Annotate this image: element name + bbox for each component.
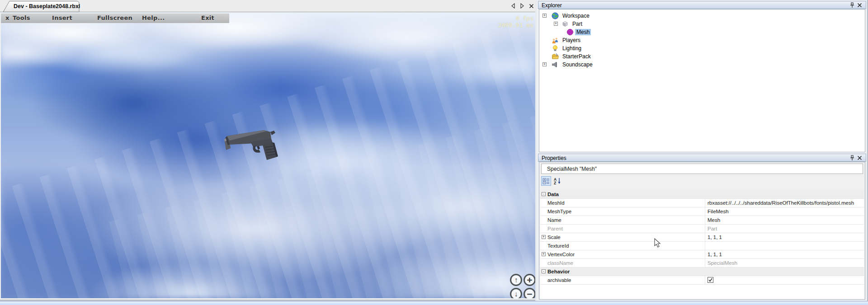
property-value[interactable]: 1, 1, 1 — [708, 252, 863, 257]
collapse-section-icon[interactable]: - — [542, 192, 546, 196]
close-properties-icon[interactable] — [857, 155, 863, 161]
tree-item-soundscape[interactable]: + Soundscape — [539, 61, 865, 69]
svg-text:Z: Z — [554, 181, 556, 185]
scroll-tabs-left-icon[interactable] — [510, 3, 516, 9]
players-icon — [552, 37, 559, 44]
tree-item-workspace[interactable]: + Workspace — [539, 12, 865, 20]
part-icon — [561, 20, 569, 28]
property-label: Parent — [547, 226, 563, 231]
property-label: Name — [547, 217, 561, 223]
menu-item-fullscreen[interactable]: Fullscreen — [97, 14, 132, 21]
property-value[interactable]: FileMesh — [708, 209, 863, 214]
property-label: VertexColor — [547, 252, 575, 257]
tree-item-label: Part — [571, 21, 584, 27]
explorer-title: Explorer — [542, 2, 562, 9]
mesh-icon — [566, 28, 574, 36]
property-row-parent: Parent Part — [540, 225, 864, 233]
section-header-behavior[interactable]: - Behavior — [540, 267, 864, 276]
selected-object-label: SpecialMesh "Mesh" — [541, 164, 863, 174]
properties-panel: SpecialMesh "Mesh" A Z — [539, 162, 865, 300]
menu-item-exit[interactable]: Exit — [201, 14, 214, 21]
zoom-in-button[interactable]: + — [524, 274, 536, 286]
tree-item-part[interactable]: + Part — [539, 20, 865, 28]
property-value[interactable]: rbxasset://../../../shareddata/RiseOfThe… — [708, 200, 863, 206]
camera-up-button[interactable]: ↑ — [510, 274, 522, 286]
camera-down-button[interactable]: ↓ — [510, 288, 522, 298]
property-value[interactable]: Mesh — [708, 217, 863, 223]
collapse-section-icon[interactable]: - — [542, 269, 546, 273]
starterpack-icon — [552, 53, 559, 60]
expand-property-icon[interactable]: + — [542, 235, 546, 239]
menu-close-icon[interactable]: x — [5, 14, 9, 21]
property-value: SpecialMesh — [708, 260, 863, 266]
properties-title: Properties — [542, 155, 566, 161]
tree-item-lighting[interactable]: Lighting — [539, 44, 865, 52]
tree-item-label: Lighting — [561, 45, 583, 52]
property-value: Part — [708, 226, 863, 231]
tree-item-label: StarterPack — [561, 53, 592, 60]
property-value[interactable]: 1, 1, 1 — [708, 235, 863, 240]
tree-item-label-selected: Mesh — [575, 29, 591, 35]
expand-toggle-icon[interactable]: + — [554, 22, 558, 26]
property-label: className — [547, 260, 573, 266]
document-tab-bar: Dev - Baseplate2048.rbxl — [0, 0, 537, 12]
game-menu-bar: x Tools Insert Fullscreen Help... Exit — [1, 13, 229, 23]
property-label: archivable — [547, 277, 571, 283]
soundscape-icon — [552, 61, 559, 68]
categorized-view-button[interactable] — [541, 176, 551, 186]
document-tab[interactable]: Dev - Baseplate2048.rbxl — [3, 0, 80, 12]
tab-nav-buttons — [510, 2, 534, 10]
frame-time-value: 2009.91 ms — [498, 22, 533, 28]
tree-item-starterpack[interactable]: StarterPack — [539, 52, 865, 61]
workspace-globe-icon — [552, 12, 559, 19]
property-row-meshtype: MeshType FileMesh — [540, 207, 864, 216]
properties-grid: - Data MeshId rbxasset://../../../shared… — [540, 190, 864, 299]
tree-item-mesh[interactable]: Mesh — [539, 28, 865, 36]
property-label: TextureId — [547, 243, 569, 249]
roblox-studio-screen: Dev - Baseplate2048.rbxl — [0, 0, 868, 305]
section-header-data[interactable]: - Data — [540, 190, 864, 199]
fps-value: 0 fps — [498, 15, 533, 22]
dock-panels: Explorer + Workspace — [536, 0, 868, 301]
lighting-icon — [552, 45, 559, 52]
tree-item-label: Workspace — [561, 13, 591, 19]
game-window: Dev - Baseplate2048.rbxl — [0, 0, 537, 301]
tab-title: Dev - Baseplate2048.rbxl — [14, 3, 80, 9]
property-row-classname: className SpecialMesh — [540, 259, 864, 267]
property-label: MeshType — [547, 209, 571, 214]
property-label: MeshId — [547, 200, 565, 206]
pistol-mesh-object[interactable] — [223, 128, 282, 163]
bottom-edge-strip — [0, 301, 868, 305]
menu-item-tools[interactable]: Tools — [13, 14, 30, 21]
fps-overlay: 0 fps 2009.91 ms — [498, 15, 533, 28]
close-tab-icon[interactable] — [528, 3, 534, 9]
property-label: Scale — [547, 235, 561, 240]
archivable-checkbox[interactable] — [708, 277, 713, 283]
pin-icon[interactable] — [849, 2, 855, 8]
expand-toggle-icon[interactable]: + — [542, 14, 547, 18]
property-row-textureid: TextureId — [540, 242, 864, 250]
3d-viewport[interactable]: x Tools Insert Fullscreen Help... Exit 0… — [0, 12, 536, 298]
mouse-cursor — [654, 238, 661, 250]
property-row-archivable: archivable — [540, 276, 864, 285]
menu-item-insert[interactable]: Insert — [52, 14, 72, 21]
property-row-name: Name Mesh — [540, 216, 864, 225]
tree-item-label: Players — [561, 37, 582, 43]
explorer-panel-header: Explorer — [538, 1, 866, 9]
explorer-tree: + Workspace + Part — [539, 9, 865, 152]
zoom-out-button[interactable]: − — [524, 288, 536, 298]
tree-item-label: Soundscape — [561, 61, 594, 68]
pin-icon[interactable] — [849, 155, 855, 161]
property-row-vertexcolor: + VertexColor 1, 1, 1 — [540, 250, 864, 259]
expand-toggle-icon[interactable]: + — [542, 62, 547, 66]
expand-property-icon[interactable]: + — [542, 252, 546, 256]
property-row-meshid: MeshId rbxasset://../../../shareddata/Ri… — [540, 199, 864, 207]
menu-item-help[interactable]: Help... — [142, 14, 165, 21]
property-row-scale: + Scale 1, 1, 1 — [540, 233, 864, 242]
alphabetical-sort-button[interactable]: A Z — [552, 176, 562, 186]
scroll-tabs-right-icon[interactable] — [519, 3, 525, 9]
properties-panel-header: Properties — [538, 154, 866, 162]
close-explorer-icon[interactable] — [857, 2, 863, 8]
tree-item-players[interactable]: Players — [539, 36, 865, 44]
